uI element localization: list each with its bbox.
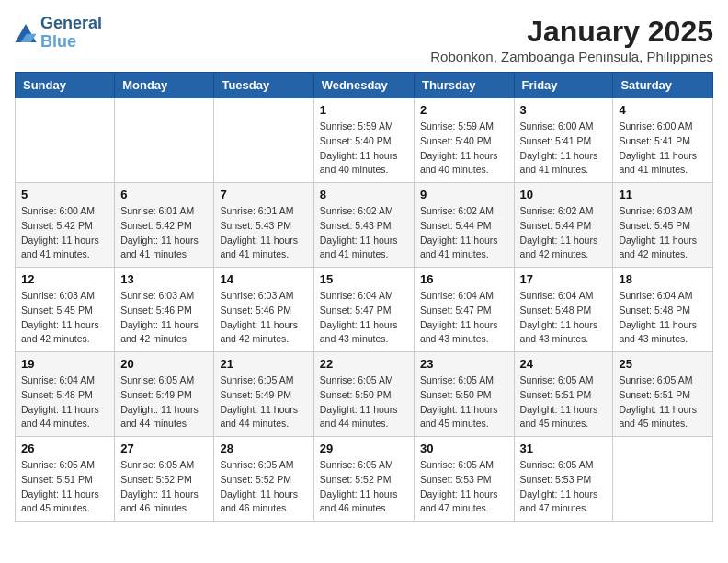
calendar-cell: 3Sunrise: 6:00 AMSunset: 5:41 PMDaylight… — [514, 98, 613, 183]
day-number: 7 — [220, 188, 307, 201]
day-number: 24 — [520, 357, 608, 371]
day-info: Sunrise: 6:05 AMSunset: 5:52 PMDaylight:… — [320, 458, 408, 516]
calendar-week-row: 5Sunrise: 6:00 AMSunset: 5:42 PMDaylight… — [16, 183, 713, 268]
calendar-cell: 27Sunrise: 6:05 AMSunset: 5:52 PMDayligh… — [115, 437, 214, 522]
column-header-friday: Friday — [514, 73, 613, 98]
calendar-cell: 26Sunrise: 6:05 AMSunset: 5:51 PMDayligh… — [16, 437, 115, 522]
day-number: 8 — [320, 188, 408, 201]
day-number: 2 — [420, 103, 508, 117]
day-number: 19 — [21, 357, 108, 371]
column-header-wednesday: Wednesday — [313, 73, 414, 98]
day-info: Sunrise: 6:05 AMSunset: 5:53 PMDaylight:… — [420, 458, 508, 516]
calendar-cell: 17Sunrise: 6:04 AMSunset: 5:48 PMDayligh… — [514, 268, 613, 352]
calendar-cell: 23Sunrise: 6:05 AMSunset: 5:50 PMDayligh… — [414, 352, 514, 437]
day-number: 11 — [619, 188, 707, 201]
calendar-cell: 5Sunrise: 6:00 AMSunset: 5:42 PMDaylight… — [16, 183, 115, 268]
day-number: 27 — [120, 442, 208, 455]
day-info: Sunrise: 6:04 AMSunset: 5:48 PMDaylight:… — [21, 373, 108, 431]
calendar-week-row: 26Sunrise: 6:05 AMSunset: 5:51 PMDayligh… — [16, 437, 713, 522]
day-info: Sunrise: 6:05 AMSunset: 5:52 PMDaylight:… — [220, 458, 307, 516]
header: General Blue January 2025 Robonkon, Zamb… — [15, 15, 713, 64]
day-number: 22 — [320, 357, 408, 371]
day-number: 29 — [320, 442, 408, 455]
day-number: 30 — [420, 442, 508, 455]
calendar-cell: 20Sunrise: 6:05 AMSunset: 5:49 PMDayligh… — [115, 352, 214, 437]
day-info: Sunrise: 6:05 AMSunset: 5:51 PMDaylight:… — [520, 373, 608, 431]
calendar-cell: 14Sunrise: 6:03 AMSunset: 5:46 PMDayligh… — [214, 268, 313, 352]
day-number: 31 — [520, 442, 608, 455]
day-number: 20 — [120, 357, 208, 371]
day-info: Sunrise: 6:05 AMSunset: 5:52 PMDaylight:… — [120, 458, 208, 516]
calendar-cell: 21Sunrise: 6:05 AMSunset: 5:49 PMDayligh… — [214, 352, 313, 437]
calendar-cell: 28Sunrise: 6:05 AMSunset: 5:52 PMDayligh… — [214, 437, 313, 522]
calendar-cell: 12Sunrise: 6:03 AMSunset: 5:45 PMDayligh… — [16, 268, 115, 352]
day-number: 6 — [120, 188, 208, 201]
column-header-sunday: Sunday — [16, 73, 115, 98]
day-info: Sunrise: 6:04 AMSunset: 5:48 PMDaylight:… — [619, 289, 707, 347]
day-info: Sunrise: 6:00 AMSunset: 5:41 PMDaylight:… — [619, 120, 707, 178]
day-info: Sunrise: 6:04 AMSunset: 5:47 PMDaylight:… — [420, 289, 508, 347]
calendar-cell: 9Sunrise: 6:02 AMSunset: 5:44 PMDaylight… — [414, 183, 514, 268]
day-number: 9 — [420, 188, 508, 201]
day-number: 15 — [320, 272, 408, 286]
calendar-cell: 31Sunrise: 6:05 AMSunset: 5:53 PMDayligh… — [514, 437, 613, 522]
day-info: Sunrise: 6:05 AMSunset: 5:49 PMDaylight:… — [120, 373, 208, 431]
day-info: Sunrise: 6:02 AMSunset: 5:43 PMDaylight:… — [320, 204, 408, 262]
day-info: Sunrise: 6:03 AMSunset: 5:46 PMDaylight:… — [220, 289, 307, 347]
day-info: Sunrise: 6:04 AMSunset: 5:48 PMDaylight:… — [520, 289, 608, 347]
logo-icon — [15, 24, 37, 42]
column-header-saturday: Saturday — [613, 73, 713, 98]
day-info: Sunrise: 6:01 AMSunset: 5:43 PMDaylight:… — [220, 204, 307, 262]
main-title: January 2025 — [430, 15, 713, 49]
day-info: Sunrise: 6:05 AMSunset: 5:50 PMDaylight:… — [320, 373, 408, 431]
day-number: 13 — [120, 272, 208, 286]
calendar-header-row: SundayMondayTuesdayWednesdayThursdayFrid… — [16, 73, 713, 98]
day-number: 17 — [520, 272, 608, 286]
calendar-cell: 13Sunrise: 6:03 AMSunset: 5:46 PMDayligh… — [115, 268, 214, 352]
calendar-cell — [214, 98, 313, 183]
calendar-week-row: 19Sunrise: 6:04 AMSunset: 5:48 PMDayligh… — [16, 352, 713, 437]
calendar-cell: 10Sunrise: 6:02 AMSunset: 5:44 PMDayligh… — [514, 183, 613, 268]
day-number: 12 — [21, 272, 108, 286]
calendar-cell: 2Sunrise: 5:59 AMSunset: 5:40 PMDaylight… — [414, 98, 514, 183]
logo: General Blue — [15, 15, 102, 52]
calendar-cell: 18Sunrise: 6:04 AMSunset: 5:48 PMDayligh… — [613, 268, 713, 352]
calendar-cell: 1Sunrise: 5:59 AMSunset: 5:40 PMDaylight… — [313, 98, 414, 183]
day-info: Sunrise: 6:05 AMSunset: 5:51 PMDaylight:… — [21, 458, 108, 516]
calendar-cell: 16Sunrise: 6:04 AMSunset: 5:47 PMDayligh… — [414, 268, 514, 352]
calendar-cell: 11Sunrise: 6:03 AMSunset: 5:45 PMDayligh… — [613, 183, 713, 268]
day-info: Sunrise: 6:02 AMSunset: 5:44 PMDaylight:… — [420, 204, 508, 262]
day-info: Sunrise: 6:03 AMSunset: 5:45 PMDaylight:… — [21, 289, 108, 347]
calendar-cell: 24Sunrise: 6:05 AMSunset: 5:51 PMDayligh… — [514, 352, 613, 437]
day-number: 14 — [220, 272, 307, 286]
calendar-cell: 25Sunrise: 6:05 AMSunset: 5:51 PMDayligh… — [613, 352, 713, 437]
calendar-cell: 7Sunrise: 6:01 AMSunset: 5:43 PMDaylight… — [214, 183, 313, 268]
calendar-cell: 4Sunrise: 6:00 AMSunset: 5:41 PMDaylight… — [613, 98, 713, 183]
calendar-cell: 15Sunrise: 6:04 AMSunset: 5:47 PMDayligh… — [313, 268, 414, 352]
day-info: Sunrise: 5:59 AMSunset: 5:40 PMDaylight:… — [320, 120, 408, 178]
day-info: Sunrise: 6:00 AMSunset: 5:42 PMDaylight:… — [21, 204, 108, 262]
day-info: Sunrise: 6:05 AMSunset: 5:49 PMDaylight:… — [220, 373, 307, 431]
calendar-week-row: 12Sunrise: 6:03 AMSunset: 5:45 PMDayligh… — [16, 268, 713, 352]
calendar-cell: 22Sunrise: 6:05 AMSunset: 5:50 PMDayligh… — [313, 352, 414, 437]
day-info: Sunrise: 6:01 AMSunset: 5:42 PMDaylight:… — [120, 204, 208, 262]
day-info: Sunrise: 5:59 AMSunset: 5:40 PMDaylight:… — [420, 120, 508, 178]
day-number: 25 — [619, 357, 707, 371]
day-number: 1 — [320, 103, 408, 117]
logo-text: General Blue — [40, 15, 102, 52]
day-number: 4 — [619, 103, 707, 117]
calendar-table: SundayMondayTuesdayWednesdayThursdayFrid… — [15, 72, 713, 522]
calendar-cell: 8Sunrise: 6:02 AMSunset: 5:43 PMDaylight… — [313, 183, 414, 268]
day-number: 3 — [520, 103, 608, 117]
day-info: Sunrise: 6:05 AMSunset: 5:51 PMDaylight:… — [619, 373, 707, 431]
day-number: 18 — [619, 272, 707, 286]
day-number: 23 — [420, 357, 508, 371]
calendar-cell: 19Sunrise: 6:04 AMSunset: 5:48 PMDayligh… — [16, 352, 115, 437]
day-number: 16 — [420, 272, 508, 286]
day-number: 28 — [220, 442, 307, 455]
column-header-thursday: Thursday — [414, 73, 514, 98]
day-info: Sunrise: 6:04 AMSunset: 5:47 PMDaylight:… — [320, 289, 408, 347]
calendar-cell: 6Sunrise: 6:01 AMSunset: 5:42 PMDaylight… — [115, 183, 214, 268]
day-info: Sunrise: 6:05 AMSunset: 5:53 PMDaylight:… — [520, 458, 608, 516]
day-info: Sunrise: 6:03 AMSunset: 5:46 PMDaylight:… — [120, 289, 208, 347]
